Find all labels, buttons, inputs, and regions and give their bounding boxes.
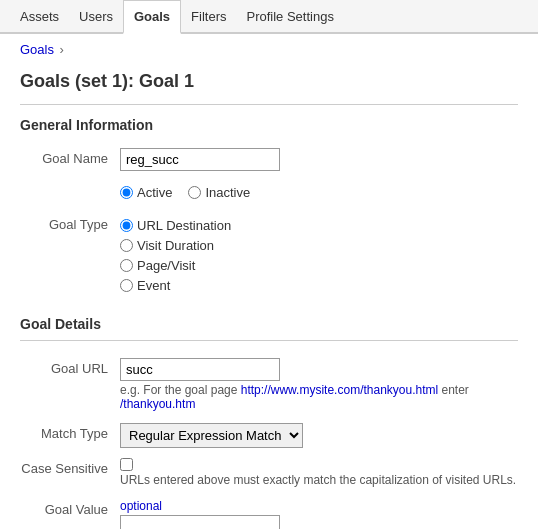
example-enter-label: enter: [442, 383, 469, 397]
goal-value-optional: optional: [120, 499, 162, 513]
match-type-select[interactable]: Regular Expression Match Exact Match Hea…: [120, 423, 303, 448]
tab-goals[interactable]: Goals: [123, 0, 181, 34]
goal-type-label: Goal Type: [20, 214, 120, 232]
goal-name-content: [120, 148, 518, 171]
goal-url-help: e.g. For the goal page http://www.mysite…: [120, 381, 518, 413]
goal-value-row: Goal Value optional: [0, 494, 538, 529]
goal-type-radio-stack: URL Destination Visit Duration Page/Visi…: [120, 214, 518, 297]
breadcrumb-goals-link[interactable]: Goals: [20, 42, 54, 57]
goal-details-divider: [20, 340, 518, 341]
status-inactive-label: Inactive: [205, 185, 250, 200]
goal-type-event-label: Event: [137, 278, 170, 293]
status-inactive-radio[interactable]: [188, 186, 201, 199]
breadcrumb: Goals ›: [0, 34, 538, 65]
status-active-radio[interactable]: [120, 186, 133, 199]
example-text: e.g. For the goal page: [120, 383, 237, 397]
tab-profile-settings[interactable]: Profile Settings: [236, 1, 343, 32]
case-sensitive-checkbox[interactable]: [120, 458, 133, 471]
goal-url-row: Goal URL e.g. For the goal page http://w…: [0, 353, 538, 418]
goal-url-label: Goal URL: [20, 358, 120, 376]
example-path[interactable]: /thankyou.htm: [120, 397, 195, 411]
status-radio-group: Active Inactive: [120, 181, 518, 204]
goal-type-page-visit[interactable]: Page/Visit: [120, 258, 518, 273]
example-link[interactable]: http://www.mysite.com/thankyou.html: [241, 383, 438, 397]
goal-type-event-radio[interactable]: [120, 279, 133, 292]
breadcrumb-separator: ›: [60, 42, 64, 57]
status-content: Active Inactive: [120, 181, 518, 204]
goal-type-visit-radio[interactable]: [120, 239, 133, 252]
match-type-label: Match Type: [20, 423, 120, 441]
goal-details-heading: Goal Details: [0, 302, 538, 340]
match-type-row: Match Type Regular Expression Match Exac…: [0, 418, 538, 453]
goal-value-label-main: Goal Value: [45, 502, 108, 517]
match-type-content: Regular Expression Match Exact Match Hea…: [120, 423, 518, 448]
case-sensitive-note: URLs entered above must exactly match th…: [120, 471, 518, 489]
goal-type-url-label: URL Destination: [137, 218, 231, 233]
goal-type-url-destination[interactable]: URL Destination: [120, 218, 518, 233]
status-inactive-option[interactable]: Inactive: [188, 185, 250, 200]
goal-type-url-radio[interactable]: [120, 219, 133, 232]
case-sensitive-label: Case Sensitive: [20, 458, 120, 476]
case-sensitive-row: Case Sensitive URLs entered above must e…: [0, 453, 538, 494]
goal-type-page-label: Page/Visit: [137, 258, 195, 273]
goal-type-visit-duration[interactable]: Visit Duration: [120, 238, 518, 253]
section-divider: [20, 104, 518, 105]
tab-users[interactable]: Users: [69, 1, 123, 32]
top-nav: Assets Users Goals Filters Profile Setti…: [0, 0, 538, 34]
tab-filters[interactable]: Filters: [181, 1, 236, 32]
match-type-select-wrapper: Regular Expression Match Exact Match Hea…: [120, 423, 518, 448]
goal-type-content: URL Destination Visit Duration Page/Visi…: [120, 214, 518, 297]
goal-url-content: e.g. For the goal page http://www.mysite…: [120, 358, 518, 413]
goal-type-visit-label: Visit Duration: [137, 238, 214, 253]
goal-url-input[interactable]: [120, 358, 280, 381]
tab-assets[interactable]: Assets: [10, 1, 69, 32]
status-label: [20, 181, 120, 184]
goal-name-row: Goal Name: [0, 143, 538, 176]
goal-value-input[interactable]: [120, 515, 280, 529]
case-sensitive-content: URLs entered above must exactly match th…: [120, 458, 518, 489]
goal-name-label: Goal Name: [20, 148, 120, 166]
goal-value-content: optional: [120, 499, 518, 529]
goal-value-label: Goal Value: [20, 499, 120, 517]
goal-type-page-radio[interactable]: [120, 259, 133, 272]
page-title: Goals (set 1): Goal 1: [0, 65, 538, 104]
status-row: Active Inactive: [0, 176, 538, 209]
status-active-option[interactable]: Active: [120, 185, 172, 200]
case-sensitive-checkbox-wrapper: [120, 458, 518, 471]
goal-type-row: Goal Type URL Destination Visit Duration…: [0, 209, 538, 302]
status-active-label: Active: [137, 185, 172, 200]
goal-name-input[interactable]: [120, 148, 280, 171]
general-information-heading: General Information: [0, 117, 538, 143]
goal-type-event[interactable]: Event: [120, 278, 518, 293]
